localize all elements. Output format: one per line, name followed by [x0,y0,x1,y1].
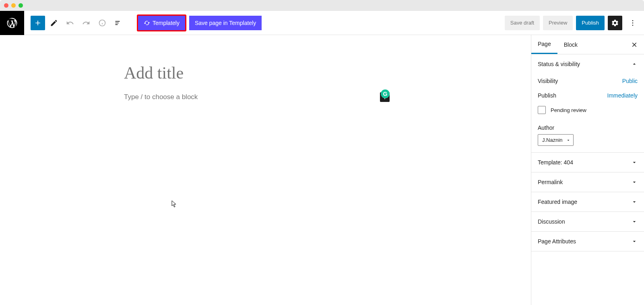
visibility-label: Visibility [538,78,558,84]
undo-button[interactable] [63,16,77,30]
block-placeholder-text[interactable]: Type / to choose a block [124,93,380,101]
templately-highlight: Templately [137,15,186,31]
mac-close-button[interactable] [4,3,8,8]
panel-header-template[interactable]: Template: 404 [531,153,644,172]
info-button[interactable] [95,16,109,30]
chevron-down-icon [631,199,638,205]
chevron-down-icon [631,218,638,225]
publish-button[interactable]: Publish [576,16,605,30]
templately-label: Templately [153,20,180,26]
author-select[interactable]: J.Naznin [538,134,574,146]
publish-value[interactable]: Immediately [607,92,638,99]
panel-status-visibility: Status & visibility Visibility Public Pu… [531,54,644,153]
save-page-templately-button[interactable]: Save page in Templately [189,16,262,30]
panel-discussion: Discussion [531,212,644,232]
publish-label: Publish [538,92,556,99]
editor-canvas: Type / to choose a block G [0,35,531,305]
panel-header-featured-image[interactable]: Featured image [531,192,644,212]
redo-button[interactable] [79,16,93,30]
wordpress-logo[interactable] [0,11,24,35]
panel-title-permalink: Permalink [538,179,563,185]
chevron-up-icon [631,61,638,67]
toolbar-right: Save draft Preview Publish [505,16,644,30]
panel-header-permalink[interactable]: Permalink [531,172,644,192]
svg-point-3 [632,20,634,21]
svg-point-5 [632,25,634,26]
kebab-icon [629,19,637,27]
panel-title-status: Status & visibility [538,61,580,67]
page-title-input[interactable] [124,63,390,83]
grammarly-icon[interactable]: G [381,89,390,98]
panel-title-featured-image: Featured image [538,199,577,205]
tab-page[interactable]: Page [531,35,557,54]
gear-icon [611,19,619,27]
panel-template: Template: 404 [531,153,644,172]
panel-body-status: Visibility Public Publish Immediately Pe… [531,74,644,152]
author-value: J.Naznin [542,137,563,143]
panel-title-discussion: Discussion [538,218,565,225]
edit-mode-button[interactable] [47,16,61,30]
panel-featured-image: Featured image [531,192,644,212]
save-templately-label: Save page in Templately [195,20,256,26]
chevron-down-icon [631,159,638,166]
author-label: Author [538,117,638,134]
mac-title-bar [0,0,644,11]
sidebar-tabs: Page Block [531,35,644,54]
panel-title-page-attributes: Page Attributes [538,238,576,245]
preview-button[interactable]: Preview [543,16,573,30]
add-block-button[interactable] [31,16,45,30]
pending-review-checkbox[interactable] [538,106,546,114]
close-sidebar-button[interactable] [628,38,641,51]
svg-point-4 [632,22,634,23]
settings-button[interactable] [608,16,622,30]
chevron-down-icon [631,179,638,185]
more-options-button[interactable] [625,16,640,30]
row-visibility: Visibility Public [538,74,638,88]
templately-button[interactable]: Templately [138,16,185,30]
mac-minimize-button[interactable] [11,3,16,8]
row-publish: Publish Immediately [538,88,638,103]
save-draft-button[interactable]: Save draft [505,16,540,30]
block-placeholder-row: Type / to choose a block [124,92,390,102]
panel-header-page-attributes[interactable]: Page Attributes [531,232,644,251]
chevron-down-icon [566,138,571,143]
row-pending-review: Pending review [538,103,638,117]
close-icon [631,41,638,48]
list-view-button[interactable] [111,16,126,30]
tab-block[interactable]: Block [557,35,584,54]
mac-maximize-button[interactable] [19,3,23,8]
panel-header-discussion[interactable]: Discussion [531,212,644,231]
panel-header-status[interactable]: Status & visibility [531,54,644,74]
panel-page-attributes: Page Attributes [531,232,644,251]
visibility-value[interactable]: Public [622,78,638,84]
panel-title-template: Template: 404 [538,159,573,166]
settings-sidebar: Page Block Status & visibility Visibilit… [531,35,644,305]
chevron-down-icon [631,238,638,245]
toolbar-left: Templately Save page in Templately [24,15,262,31]
templately-icon [144,20,150,26]
editor-topbar: Templately Save page in Templately Save … [0,11,644,35]
panel-permalink: Permalink [531,172,644,192]
pending-review-label: Pending review [551,107,586,113]
